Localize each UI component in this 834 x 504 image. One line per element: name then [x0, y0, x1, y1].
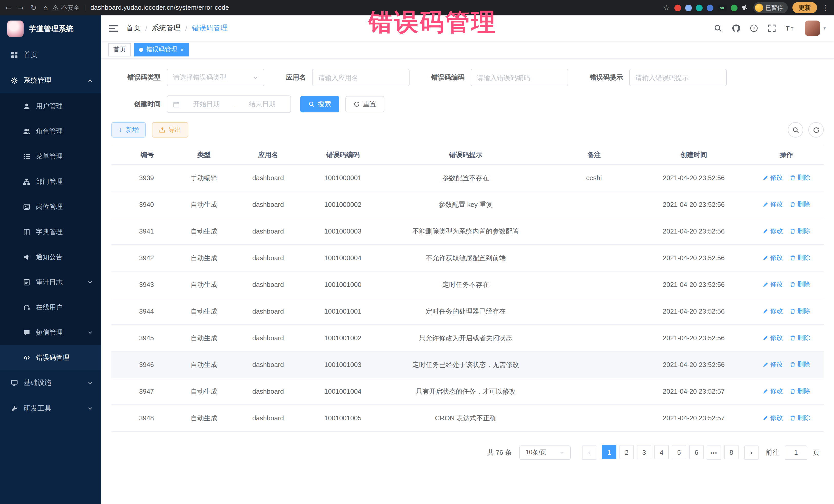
page-size-select[interactable]: 10条/页 — [520, 445, 571, 460]
edit-link[interactable]: 修改 — [762, 254, 783, 262]
sidebar-item-dept[interactable]: 部门管理 — [0, 169, 101, 194]
delete-link[interactable]: 删除 — [790, 200, 810, 209]
app-logo[interactable]: 芋道管理系统 — [0, 15, 101, 42]
back-arrow-icon[interactable]: ← — [5, 4, 11, 11]
export-button[interactable]: 导出 — [152, 122, 188, 137]
ext-lightblue-icon[interactable] — [685, 4, 692, 11]
search-button[interactable]: 搜索 — [300, 96, 339, 112]
ext-red-icon[interactable] — [674, 4, 681, 11]
sidebar-item-notice[interactable]: 通知公告 — [0, 244, 101, 269]
sidebar-item-sms[interactable]: 短信管理 — [0, 320, 101, 345]
breadcrumb-item[interactable]: 错误码管理 — [192, 24, 228, 33]
ext-green-icon[interactable] — [730, 4, 737, 11]
tab-首页[interactable]: 首页 — [108, 43, 131, 56]
ext-teal-icon[interactable] — [696, 4, 702, 11]
profile-chip[interactable]: 已暂停 — [753, 2, 788, 13]
delete-link[interactable]: 删除 — [790, 307, 810, 316]
sidebar-item-home[interactable]: 首页 — [0, 42, 101, 68]
sidebar-item-role[interactable]: 角色管理 — [0, 118, 101, 144]
close-tab-icon[interactable]: × — [180, 46, 184, 53]
hamburger-icon[interactable] — [109, 24, 118, 32]
tab-错误码管理[interactable]: 错误码管理× — [134, 43, 189, 56]
reload-icon[interactable]: ↻ — [30, 4, 37, 11]
sidebar-item-infra[interactable]: 基础设施 — [0, 370, 101, 396]
error-code-input[interactable] — [470, 69, 568, 86]
table-row[interactable]: 3943自动生成dashboard1001001000定时任务不存在2021-0… — [111, 271, 824, 298]
delete-link[interactable]: 删除 — [790, 414, 810, 422]
goto-page-input[interactable] — [785, 445, 807, 460]
table-row[interactable]: 3942自动生成dashboard1001000004不允许获取敏感配置到前端2… — [111, 245, 824, 271]
dashboard-icon — [10, 51, 18, 59]
delete-link[interactable]: 删除 — [790, 254, 810, 262]
more-pages-button[interactable]: ••• — [707, 445, 721, 460]
edit-link[interactable]: 修改 — [762, 414, 783, 422]
table-row[interactable]: 3939手动编辑dashboard1001000001参数配置不存在ceshi2… — [111, 165, 824, 192]
toggle-search-button[interactable] — [788, 122, 803, 137]
sidebar-item-post[interactable]: 岗位管理 — [0, 194, 101, 219]
table-row[interactable]: 3947自动生成dashboard1001001004只有开启状态的任务，才可以… — [111, 378, 824, 405]
table-row[interactable]: 3941自动生成dashboard1001000003不能删除类型为系统内置的参… — [111, 218, 824, 245]
delete-link[interactable]: 删除 — [790, 334, 810, 342]
date-range-picker[interactable]: 开始日期 - 结束日期 — [167, 95, 291, 113]
table-row[interactable]: 3944自动生成dashboard1001001001定时任务的处理器已经存在2… — [111, 298, 824, 325]
add-button[interactable]: + 新增 — [111, 122, 146, 137]
breadcrumb-item[interactable]: 首页 — [126, 24, 140, 33]
question-icon[interactable]: ? — [750, 24, 758, 32]
puzzle-extensions-icon[interactable] — [742, 4, 749, 11]
page-button-1[interactable]: 1 — [602, 445, 616, 459]
ext-blue-icon[interactable] — [706, 4, 713, 11]
delete-link[interactable]: 删除 — [790, 360, 810, 369]
sidebar-item-system[interactable]: 系统管理 — [0, 68, 101, 93]
fullscreen-icon[interactable] — [768, 24, 776, 32]
edit-link[interactable]: 修改 — [762, 334, 783, 342]
sidebar-item-audit-log[interactable]: 审计日志 — [0, 269, 101, 294]
page-button-3[interactable]: 3 — [637, 445, 651, 459]
browser-update-button[interactable]: 更新 — [792, 2, 817, 13]
next-page-button[interactable]: › — [744, 445, 759, 460]
edit-link[interactable]: 修改 — [762, 227, 783, 236]
table-row[interactable]: 3948自动生成dashboard1001001005CRON 表达式不正确20… — [111, 405, 824, 432]
table-row[interactable]: 3940自动生成dashboard1001000002参数配置 key 重复20… — [111, 192, 824, 218]
app-name-input[interactable] — [312, 69, 410, 86]
delete-link[interactable]: 删除 — [790, 387, 810, 396]
error-hint-input[interactable] — [629, 69, 727, 86]
bookmark-star-icon[interactable]: ☆ — [663, 4, 670, 11]
page-button-6[interactable]: 6 — [689, 445, 704, 459]
prev-page-button[interactable]: ‹ — [582, 445, 596, 460]
edit-link[interactable]: 修改 — [762, 174, 783, 182]
security-indicator[interactable]: 不安全 — [52, 3, 80, 12]
url-bar[interactable]: dashboard.yudao.iocoder.cn/system/error-… — [90, 4, 229, 11]
delete-link[interactable]: 删除 — [790, 280, 810, 289]
sidebar-item-menu[interactable]: 菜单管理 — [0, 144, 101, 169]
page-button-5[interactable]: 5 — [672, 445, 686, 459]
github-icon[interactable] — [732, 24, 740, 32]
delete-link[interactable]: 删除 — [790, 174, 810, 182]
forward-arrow-icon[interactable]: → — [18, 4, 24, 11]
sidebar-item-user[interactable]: 用户管理 — [0, 93, 101, 118]
search-icon[interactable] — [714, 24, 722, 32]
home-icon[interactable]: ⌂ — [43, 4, 48, 11]
kebab-menu-icon[interactable]: ⋮ — [822, 4, 829, 11]
breadcrumb-item[interactable]: 系统管理 — [152, 24, 181, 33]
delete-link[interactable]: 删除 — [790, 227, 810, 236]
edit-link[interactable]: 修改 — [762, 200, 783, 209]
edit-link[interactable]: 修改 — [762, 360, 783, 369]
edit-link[interactable]: 修改 — [762, 280, 783, 289]
table-row[interactable]: 3945自动生成dashboard1001001002只允许修改为开启或者关闭状… — [111, 325, 824, 352]
ext-dark-on-icon[interactable]: on — [717, 4, 726, 11]
fontsize-icon[interactable]: TT — [786, 25, 795, 32]
edit-link[interactable]: 修改 — [762, 387, 783, 396]
page-button-8[interactable]: 8 — [724, 445, 739, 459]
sidebar-item-error-code[interactable]: 错误码管理 — [0, 345, 101, 370]
sidebar-item-devtool[interactable]: 研发工具 — [0, 396, 101, 421]
refresh-table-button[interactable] — [808, 122, 824, 137]
sidebar-item-online-user[interactable]: 在线用户 — [0, 294, 101, 320]
page-button-4[interactable]: 4 — [654, 445, 669, 459]
reset-button[interactable]: 重置 — [345, 96, 385, 112]
page-button-2[interactable]: 2 — [619, 445, 634, 459]
error-type-select[interactable]: 请选择错误码类型 — [167, 69, 264, 86]
table-row[interactable]: 3946自动生成dashboard1001001003定时任务已经处于该状态，无… — [111, 352, 824, 378]
user-avatar-menu[interactable]: ▾ — [805, 21, 826, 36]
edit-link[interactable]: 修改 — [762, 307, 783, 316]
sidebar-item-dict[interactable]: 字典管理 — [0, 219, 101, 244]
